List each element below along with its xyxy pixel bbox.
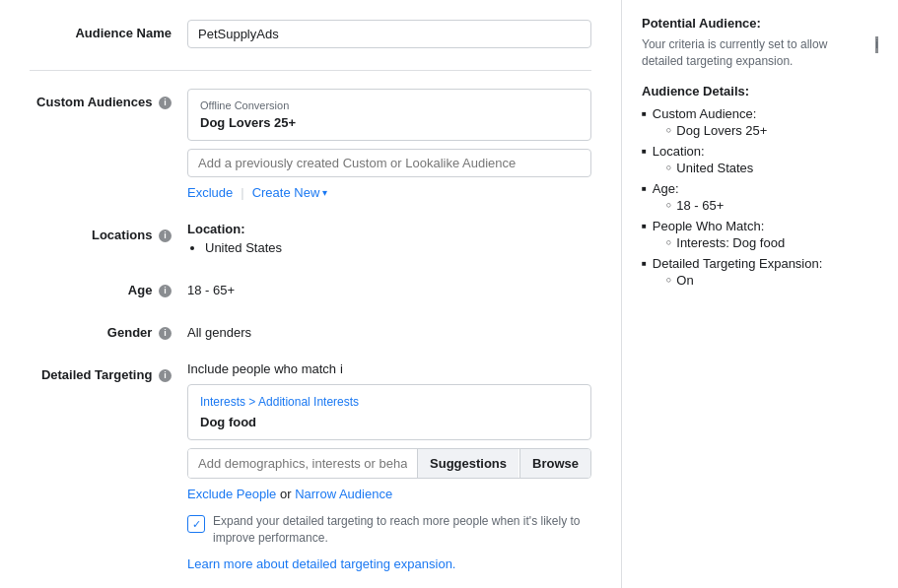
dt-input-row: Suggestions Browse bbox=[187, 448, 591, 479]
check-icon: ✓ bbox=[192, 518, 201, 531]
locations-content: Location: United States bbox=[187, 222, 591, 255]
ad-sub-united-states: United States bbox=[666, 161, 753, 175]
ad-item-people-match: People Who Match: Interests: Dog food bbox=[642, 219, 878, 252]
gender-value: All genders bbox=[187, 319, 591, 340]
audience-name-label: Audience Name bbox=[30, 20, 187, 40]
exclude-people-link[interactable]: Exclude People bbox=[187, 487, 276, 501]
browse-button[interactable]: Browse bbox=[519, 449, 590, 478]
gender-info-icon[interactable]: i bbox=[159, 327, 172, 340]
custom-audiences-content: Offline Conversion Dog Lovers 25+ Exclud… bbox=[187, 89, 591, 200]
audience-details-title: Audience Details: bbox=[642, 84, 878, 98]
dt-search-input[interactable] bbox=[188, 449, 417, 478]
ca-add-input[interactable] bbox=[187, 149, 591, 177]
create-new-button[interactable]: Create New ▾ bbox=[252, 185, 328, 200]
audience-name-input[interactable] bbox=[187, 20, 591, 48]
detailed-targeting-label: Detailed Targeting i bbox=[30, 361, 187, 382]
ad-item-location: Location: United States bbox=[642, 144, 878, 177]
locations-info-icon[interactable]: i bbox=[159, 229, 172, 242]
age-value: 18 - 65+ bbox=[187, 277, 591, 297]
ad-item-custom-audience: Custom Audience: Dog Lovers 25+ bbox=[642, 106, 878, 140]
expand-checkbox[interactable]: ✓ bbox=[187, 515, 205, 533]
detailed-targeting-content: Include people who match i Interests > A… bbox=[187, 361, 591, 571]
dt-box: Interests > Additional Interests Dog foo… bbox=[187, 384, 591, 440]
dt-actions: Exclude People or Narrow Audience bbox=[187, 487, 591, 501]
dt-include-header: Include people who match i bbox=[187, 361, 591, 376]
pa-info-icon[interactable]: i bbox=[875, 36, 878, 53]
dt-item: Dog food bbox=[200, 415, 579, 429]
ad-sub-interests: Interests: Dog food bbox=[666, 235, 785, 250]
dt-breadcrumb: Interests > Additional Interests bbox=[200, 395, 579, 409]
gender-label: Gender i bbox=[30, 319, 187, 340]
narrow-audience-link[interactable]: Narrow Audience bbox=[295, 487, 392, 501]
pa-description: Your criteria is currently set to allow … bbox=[642, 36, 878, 70]
suggestions-button[interactable]: Suggestions bbox=[417, 449, 518, 478]
exclude-link[interactable]: Exclude bbox=[187, 185, 233, 200]
dropdown-arrow-icon: ▾ bbox=[322, 187, 327, 198]
expand-row: ✓ Expand your detailed targeting to reac… bbox=[187, 513, 591, 547]
ca-actions: Exclude | Create New ▾ bbox=[187, 185, 591, 200]
location-list: United States bbox=[187, 240, 591, 255]
locations-label: Locations i bbox=[30, 222, 187, 242]
ca-type-label: Offline Conversion bbox=[200, 99, 579, 111]
learn-more-link[interactable]: Learn more about detailed targeting expa… bbox=[187, 556, 455, 571]
detailed-targeting-info-icon[interactable]: i bbox=[159, 369, 172, 382]
expand-text: Expand your detailed targeting to reach … bbox=[213, 513, 591, 547]
age-info-icon[interactable]: i bbox=[159, 285, 172, 297]
audience-name-field-wrapper bbox=[187, 20, 591, 48]
ad-sub-age-range: 18 - 65+ bbox=[666, 198, 725, 213]
audience-details-list: Custom Audience: Dog Lovers 25+ Location… bbox=[642, 106, 878, 290]
potential-audience-title: Potential Audience: bbox=[642, 16, 878, 31]
include-people-info-icon[interactable]: i bbox=[340, 361, 343, 376]
ad-sub-on: On bbox=[666, 273, 823, 288]
age-label: Age i bbox=[30, 277, 187, 297]
ad-item-age: Age: 18 - 65+ bbox=[642, 181, 878, 215]
or-text: or bbox=[280, 487, 295, 501]
pipe-divider: | bbox=[241, 185, 243, 200]
ad-item-dt-expansion: Detailed Targeting Expansion: On bbox=[642, 256, 878, 290]
ad-sub-dog-lovers: Dog Lovers 25+ bbox=[666, 123, 768, 138]
location-title: Location: bbox=[187, 222, 591, 236]
location-item: United States bbox=[205, 240, 591, 255]
ca-name: Dog Lovers 25+ bbox=[200, 115, 579, 130]
custom-audience-box: Offline Conversion Dog Lovers 25+ bbox=[187, 89, 591, 141]
right-panel: Potential Audience: Your criteria is cur… bbox=[622, 0, 898, 588]
custom-audiences-label: Custom Audiences i bbox=[30, 89, 187, 109]
custom-audiences-info-icon[interactable]: i bbox=[159, 97, 172, 109]
